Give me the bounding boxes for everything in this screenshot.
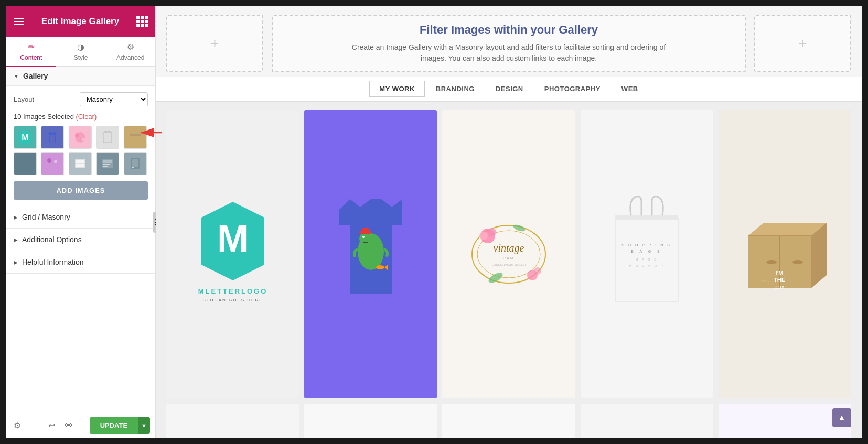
svg-rect-2 (50, 135, 55, 143)
gallery-item-3[interactable]: vintage FRAME LOREM IPSUM DOLOR (442, 110, 575, 398)
empty-gallery-row: + Filter Images within your Gallery Crea… (156, 6, 862, 77)
gallery-item-8[interactable]: ★ ★ ★ ★ ★ ★ ♛ (442, 404, 575, 438)
grid-masonry-section[interactable]: ▶ Grid / Masonry (6, 206, 155, 229)
svg-text:M O C K U P: M O C K U P (629, 264, 665, 267)
svg-point-45 (488, 228, 496, 236)
gallery-item-2[interactable] (304, 110, 437, 398)
svg-text:MLETTERLOGO: MLETTERLOGO (198, 287, 267, 295)
svg-text:LOREM IPSUM DOLOR: LOREM IPSUM DOLOR (491, 263, 526, 266)
tab-advanced[interactable]: ⚙ Advanced (105, 37, 155, 67)
svg-rect-9 (134, 133, 137, 134)
inner-frame: Edit Image Gallery ✏ Content ◑ (6, 6, 862, 438)
thumbnail-3[interactable] (69, 126, 92, 149)
thumbnail-6[interactable] (14, 152, 37, 175)
eye-icon[interactable]: 👁 (62, 419, 75, 432)
grid-masonry-label: Grid / Masonry (22, 213, 70, 221)
svg-point-5 (82, 138, 85, 141)
svg-text:B A G S: B A G S (631, 250, 662, 253)
panel-header: Edit Image Gallery (6, 6, 155, 37)
tab-advanced-label: Advanced (116, 54, 144, 61)
gallery-item-9[interactable]: ✓ A4 PAPER PRESENTATION (581, 404, 713, 438)
hamburger-icon[interactable] (14, 18, 24, 25)
grid-masonry-arrow-icon: ▶ (14, 214, 18, 220)
tab-content[interactable]: ✏ Content (6, 37, 56, 67)
clear-link[interactable]: (Clear) (76, 113, 97, 121)
filter-tab-design-label: DESIGN (496, 85, 523, 93)
svg-point-64 (766, 260, 777, 264)
filter-tab-photography[interactable]: PHOTOGRAPHY (534, 81, 610, 97)
scroll-to-top-button[interactable]: ▲ (832, 408, 851, 427)
tab-style[interactable]: ◑ Style (56, 37, 106, 67)
plus-icon-right: + (798, 35, 807, 52)
masonry-grid: M MLETTERLOGO SLOGAN GOES HERE (166, 110, 851, 438)
svg-point-47 (534, 267, 541, 275)
svg-text:M: M (22, 133, 28, 142)
panel-body: ▼ Gallery Layout Masonry Grid Justifie (6, 67, 155, 413)
gallery-title: Filter Images within your Gallery (420, 23, 598, 37)
svg-point-4 (75, 133, 79, 137)
thumbnail-2[interactable] (41, 126, 64, 149)
filter-tab-branding[interactable]: BRANDING (426, 81, 485, 97)
tab-content-label: Content (20, 54, 42, 61)
svg-text:creatsy: creatsy (758, 279, 770, 283)
svg-text:BOX: BOX (775, 285, 785, 290)
layout-select[interactable]: Masonry Grid Justified Metro (80, 92, 148, 106)
gallery-section-header[interactable]: ▼ Gallery (6, 67, 155, 86)
update-dropdown-button[interactable]: ▼ (138, 417, 150, 434)
svg-text:M: M (217, 218, 249, 259)
svg-text:FRAME: FRAME (500, 256, 518, 260)
thumbnail-7[interactable] (41, 152, 64, 175)
svg-point-11 (22, 160, 28, 167)
update-button[interactable]: UPDATE (90, 417, 138, 434)
thumbnail-10[interactable] (124, 152, 147, 175)
thumbnail-4[interactable] (96, 126, 119, 149)
svg-point-65 (792, 260, 803, 264)
gallery-arrow-icon: ▼ (14, 73, 19, 79)
filter-tab-web[interactable]: WEB (612, 81, 648, 97)
settings-icon[interactable]: ⚙ (12, 418, 23, 432)
svg-rect-8 (130, 134, 141, 136)
thumbnail-5[interactable] (124, 126, 147, 149)
additional-options-label: Additional Options (22, 235, 82, 244)
gallery-item-5[interactable]: I'M THE BOX creatsy (719, 110, 851, 398)
svg-rect-23 (103, 160, 112, 163)
gallery-desc: Create an Image Gallery with a Masonry l… (351, 42, 666, 64)
gallery-item-6[interactable] (166, 404, 299, 438)
undo-icon[interactable]: ↩ (46, 418, 57, 432)
filter-tab-mywork-label: MY WORK (379, 85, 415, 93)
gallery-section-label: Gallery (23, 72, 48, 80)
svg-rect-39 (362, 228, 369, 232)
gallery-item-10[interactable] (719, 404, 851, 438)
svg-point-40 (376, 265, 384, 269)
thumbnail-1[interactable]: M (14, 126, 37, 149)
content-tab-icon: ✏ (28, 42, 35, 52)
svg-point-37 (362, 236, 365, 238)
svg-text:M P S D: M P S D (636, 258, 658, 261)
helpful-information-section[interactable]: ▶ Helpful Information (6, 251, 155, 274)
images-selected-text: 10 Images Selected (14, 113, 74, 121)
style-tab-icon: ◑ (77, 42, 84, 52)
empty-placeholder-left[interactable]: + (166, 15, 263, 72)
thumbnail-9[interactable] (96, 152, 119, 175)
thumbnail-8[interactable] (69, 152, 92, 175)
additional-options-section[interactable]: ▶ Additional Options (6, 229, 155, 251)
filter-tab-photography-label: PHOTOGRAPHY (544, 85, 601, 93)
gallery-item-1[interactable]: M MLETTERLOGO SLOGAN GOES HERE (166, 110, 299, 398)
grid-icon[interactable] (136, 16, 148, 27)
layout-label: Layout (14, 95, 34, 103)
advanced-tab-icon: ⚙ (127, 42, 134, 52)
additional-options-arrow-icon: ▶ (14, 237, 18, 243)
gallery-item-7[interactable]: 49.1% (304, 404, 437, 438)
desktop-icon[interactable]: 🖥 (28, 419, 41, 432)
add-images-button[interactable]: ADD IMAGES (14, 181, 148, 200)
filter-tab-design[interactable]: DESIGN (486, 81, 533, 97)
gallery-item-4[interactable]: S H O P P I N G B A G S M P S D M O C K … (581, 110, 713, 398)
update-group: UPDATE ▼ (90, 417, 150, 434)
filter-tabs: MY WORK BRANDING DESIGN PHOTOGRAPHY WEB (156, 77, 862, 102)
tabs-row: ✏ Content ◑ Style ⚙ Advanced (6, 37, 155, 67)
filter-tab-mywork[interactable]: MY WORK (369, 81, 425, 97)
tab-style-label: Style (74, 54, 88, 61)
gallery-area[interactable]: M MLETTERLOGO SLOGAN GOES HERE (156, 102, 862, 438)
empty-placeholder-right[interactable]: + (754, 15, 851, 72)
chevron-up-icon: ▲ (838, 413, 846, 423)
